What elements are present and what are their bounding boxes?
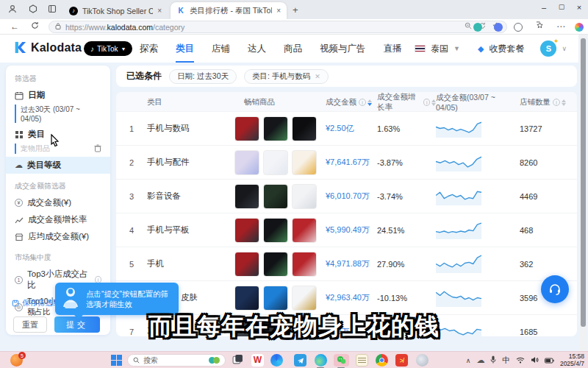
extension-icon-3[interactable] xyxy=(514,23,523,32)
tab-tiktok-seller-center[interactable]: ♪ TikTok Shop Seller Center | Cros × xyxy=(63,2,168,19)
filter-category-level[interactable]: ☁ 类目等级 xyxy=(6,157,110,174)
product-thumbnail[interactable] xyxy=(292,116,317,141)
row-category-name[interactable]: 手机与平板 xyxy=(147,224,226,236)
info-icon[interactable]: i xyxy=(423,99,430,106)
nav-live[interactable]: 直播 xyxy=(384,43,402,55)
nav-shop[interactable]: 店铺 xyxy=(212,43,230,55)
nav-category[interactable]: 类目 xyxy=(176,35,194,63)
taskbar-clock[interactable]: 15:58 2025/4/7 xyxy=(560,353,584,368)
hidden-icons-chevron[interactable]: ∧ xyxy=(466,357,471,364)
product-thumbnail[interactable] xyxy=(234,116,259,141)
wifi-icon[interactable] xyxy=(516,355,525,366)
col-shops[interactable]: 店铺数量i xyxy=(506,97,577,108)
support-headset-button[interactable] xyxy=(541,275,569,303)
product-thumbnails[interactable] xyxy=(226,184,326,209)
profile-icon[interactable] xyxy=(7,4,18,15)
more-menu-icon[interactable]: ⋯ xyxy=(556,21,566,32)
product-thumbnail[interactable] xyxy=(292,184,317,209)
app-icon-red[interactable]: ≯ xyxy=(395,354,408,367)
page-scrollbar-thumb[interactable] xyxy=(581,38,586,327)
wechat-icon[interactable] xyxy=(334,354,349,367)
product-thumbnail[interactable] xyxy=(234,218,259,243)
platform-selector[interactable]: ♪ TikTok ▼ xyxy=(84,41,132,56)
tab-kalodata-category[interactable]: K 类目排行榜 - 泰国 TikTok × xyxy=(171,2,287,19)
onedrive-cloud-icon[interactable]: ☁ xyxy=(476,355,484,365)
filter-shop-avg[interactable]: 店均成交金额(¥) xyxy=(6,228,110,245)
product-thumbnail[interactable] xyxy=(263,218,288,243)
product-thumbnail[interactable] xyxy=(234,252,259,277)
col-amount[interactable]: 成交金额i xyxy=(326,97,377,108)
task-view-icon[interactable] xyxy=(232,354,245,367)
remove-tag-icon[interactable]: ✕ xyxy=(315,73,320,80)
filter-amount-growth[interactable]: 成交金额增长率 xyxy=(6,211,110,228)
table-row[interactable]: 5 手机 ¥4,971.88万 27.90% 362 xyxy=(116,247,577,280)
filter-date-value[interactable]: 过去30天 (03/07 ~ 04/05) xyxy=(15,105,101,123)
col-category[interactable]: 类目 xyxy=(147,97,226,107)
back-icon[interactable]: ← xyxy=(10,21,19,32)
workspaces-icon[interactable] xyxy=(28,4,38,15)
microphone-icon[interactable] xyxy=(490,355,496,366)
nav-video-ads[interactable]: 视频与广告 xyxy=(320,43,366,55)
kalodata-logo[interactable]: Kalodata xyxy=(13,40,82,54)
product-thumbnails[interactable] xyxy=(226,286,326,311)
ime-indicator[interactable]: 中 xyxy=(502,355,510,366)
chrome-icon[interactable] xyxy=(376,354,388,367)
site-info-icon[interactable] xyxy=(55,23,61,31)
product-thumbnail[interactable] xyxy=(292,252,317,277)
volume-icon[interactable] xyxy=(531,355,539,366)
refresh-icon[interactable] xyxy=(31,21,39,32)
window-minimize-button[interactable]: – xyxy=(538,3,550,12)
tag-date[interactable]: 日期: 过去30天 xyxy=(169,69,237,84)
info-icon[interactable]: i xyxy=(553,99,560,106)
tab-actions-icon[interactable] xyxy=(47,4,57,15)
edge-app-icon[interactable] xyxy=(270,354,283,367)
product-thumbnails[interactable] xyxy=(226,116,326,141)
extension-icon-2[interactable] xyxy=(494,23,503,32)
telegram-icon[interactable] xyxy=(294,354,306,367)
table-row[interactable]: 6 保护膜、皮肤 ¥2,963.40万 -10.13% 3596 xyxy=(116,280,577,314)
col-growth[interactable]: 成交金额增长率i xyxy=(377,92,436,113)
window-close-button[interactable]: × xyxy=(573,3,585,12)
product-thumbnail[interactable] xyxy=(292,150,317,175)
extension-icon-1[interactable] xyxy=(473,23,482,32)
filter-date[interactable]: 日期 xyxy=(6,87,110,104)
table-row[interactable]: 2 手机与配件 ¥7,641.67万 -3.87% 8260 xyxy=(116,145,577,179)
tag-category[interactable]: 类目: 手机与数码 ✕ xyxy=(244,69,329,84)
table-row[interactable]: 4 手机与平板 ¥5,990.49万 24.51% 468 xyxy=(116,213,577,247)
product-thumbnails[interactable] xyxy=(226,252,326,277)
avatar[interactable]: S✦ xyxy=(540,40,556,57)
region-selector[interactable]: 泰国 xyxy=(431,43,448,55)
product-thumbnail[interactable] xyxy=(263,286,288,311)
taskbar-search-box[interactable]: 搜索 xyxy=(127,354,226,367)
tab-close-icon[interactable]: × xyxy=(276,7,281,15)
nav-creator[interactable]: 达人 xyxy=(248,43,266,55)
wps-icon[interactable]: W xyxy=(251,354,264,367)
row-category-name[interactable]: 影音设备 xyxy=(147,191,226,202)
plan-link[interactable]: 收费套餐 xyxy=(489,43,524,55)
edge-active-icon[interactable] xyxy=(315,354,327,367)
row-category-name[interactable]: 手机与数码 xyxy=(147,123,226,134)
new-tab-button[interactable]: + xyxy=(293,4,298,15)
window-maximize-button[interactable]: ▢ xyxy=(556,3,567,10)
product-thumbnail[interactable] xyxy=(292,218,317,243)
row-category-name[interactable]: 手机 xyxy=(147,258,226,269)
filter-amount[interactable]: ¥ 成交金额(¥) xyxy=(6,194,110,211)
copilot-icon[interactable] xyxy=(575,23,584,32)
app-icon-gray[interactable] xyxy=(416,354,429,367)
info-icon[interactable]: i xyxy=(359,99,366,106)
product-thumbnail[interactable] xyxy=(234,184,259,209)
product-thumbnail[interactable] xyxy=(292,286,317,311)
product-thumbnails[interactable] xyxy=(226,218,326,243)
product-thumbnail[interactable] xyxy=(263,150,288,175)
product-thumbnail[interactable] xyxy=(263,184,288,209)
nav-explore[interactable]: 探索 xyxy=(140,43,158,55)
start-button[interactable] xyxy=(110,354,123,367)
product-thumbnail[interactable] xyxy=(234,150,259,175)
address-bar[interactable]: https://www.kalodata.com/category xyxy=(49,21,507,33)
trash-icon[interactable] xyxy=(94,144,101,154)
app-icon-notification[interactable]: 5 xyxy=(10,354,23,367)
product-thumbnails[interactable] xyxy=(226,150,326,175)
tab-close-icon[interactable]: × xyxy=(157,7,162,15)
collections-icon[interactable] xyxy=(536,21,544,32)
product-thumbnail[interactable] xyxy=(263,252,288,277)
